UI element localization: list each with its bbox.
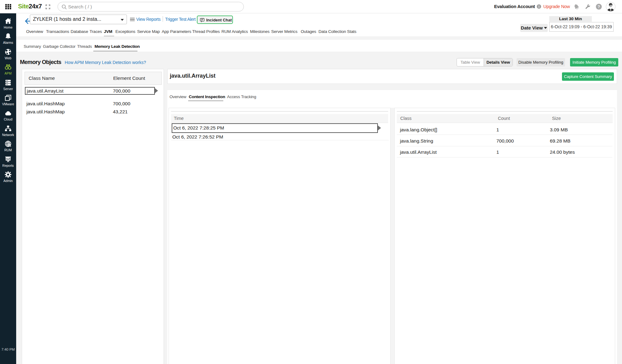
svg-text:?: ?	[598, 4, 600, 9]
